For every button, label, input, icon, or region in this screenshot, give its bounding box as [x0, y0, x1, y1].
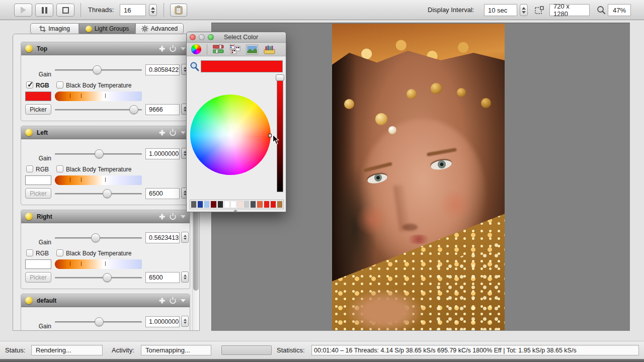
magnifier-picker-icon[interactable]: [190, 61, 199, 71]
picker-value-input[interactable]: 9666: [145, 104, 180, 115]
copy-button[interactable]: [170, 4, 187, 17]
group-header-left[interactable]: Left ✚: [21, 126, 190, 139]
swatch[interactable]: [277, 201, 283, 208]
gain-slider[interactable]: [55, 233, 142, 242]
power-icon[interactable]: [169, 45, 177, 52]
color-swatch[interactable]: [25, 92, 51, 101]
gain-value-input[interactable]: 0.8058422: [145, 64, 180, 75]
group-header-top[interactable]: Top ✚: [21, 42, 190, 55]
swatch[interactable]: [264, 201, 270, 208]
swatch[interactable]: [244, 201, 250, 208]
swatch[interactable]: [237, 201, 243, 208]
picker-value-input[interactable]: 6500: [145, 272, 180, 283]
tab-light-groups[interactable]: Light Groups: [79, 23, 135, 34]
collapse-icon[interactable]: [181, 215, 186, 218]
blackbody-gradient-bar[interactable]: [55, 92, 142, 101]
collapse-icon[interactable]: [181, 299, 186, 302]
add-group-icon[interactable]: ✚: [159, 297, 165, 305]
threads-stepper[interactable]: [149, 4, 157, 16]
bbt-checkbox[interactable]: [56, 249, 63, 256]
tab-advanced-label: Advanced: [151, 25, 178, 32]
picker-slider[interactable]: [55, 189, 142, 198]
swatch[interactable]: [250, 201, 256, 208]
picker-stepper[interactable]: [181, 272, 189, 283]
display-interval-input[interactable]: 10 sec: [484, 4, 517, 16]
swatch[interactable]: [204, 201, 210, 208]
color-swatch[interactable]: [25, 259, 51, 269]
minimize-icon[interactable]: [199, 34, 205, 40]
tab-advanced[interactable]: Advanced: [135, 23, 184, 34]
power-icon[interactable]: [169, 129, 177, 136]
threads-label: Threads:: [88, 6, 114, 14]
crayons-mode-icon[interactable]: [264, 45, 275, 54]
color-swatch[interactable]: [25, 175, 51, 185]
blackbody-gradient-bar[interactable]: [55, 259, 142, 269]
tab-imaging[interactable]: Imaging: [30, 23, 79, 34]
swatch[interactable]: [230, 201, 236, 208]
resize-selection-icon[interactable]: [535, 6, 544, 15]
picker-button[interactable]: Picker: [25, 272, 51, 283]
threads-input[interactable]: 16: [120, 4, 146, 16]
light-groups-panel: Top ✚ Gain 0.8058422 RGB Black Body Temp…: [13, 34, 200, 331]
brightness-slider-thumb[interactable]: [276, 74, 284, 81]
swatch[interactable]: [210, 201, 216, 208]
close-icon[interactable]: [190, 34, 196, 40]
picker-button[interactable]: Picker: [25, 104, 51, 115]
toolbar-separator-2: [164, 3, 164, 17]
color-wheel-mode-icon[interactable]: [191, 44, 201, 54]
power-icon[interactable]: [169, 297, 177, 304]
zoom-magnifier-icon[interactable]: [597, 6, 606, 15]
tab-light-groups-label: Light Groups: [95, 25, 129, 32]
add-group-icon[interactable]: ✚: [159, 129, 165, 137]
swatch-drawer-handle[interactable]: [232, 210, 238, 212]
add-group-icon[interactable]: ✚: [159, 45, 165, 53]
gain-value-input[interactable]: 1.0000000: [145, 316, 180, 327]
tab-imaging-label: Imaging: [48, 25, 70, 32]
rgb-checkbox[interactable]: [26, 165, 33, 172]
bbt-checkbox[interactable]: [56, 165, 63, 172]
power-icon[interactable]: [169, 213, 177, 220]
picker-button[interactable]: Picker: [25, 188, 51, 199]
gain-label: Gain: [31, 323, 51, 330]
play-button[interactable]: [14, 4, 32, 17]
swatch[interactable]: [257, 201, 263, 208]
swatch[interactable]: [224, 201, 230, 208]
pause-button[interactable]: [35, 4, 53, 17]
gain-slider[interactable]: [55, 317, 142, 326]
picker-slider[interactable]: [55, 273, 142, 282]
group-header-default[interactable]: default ✚: [21, 294, 190, 307]
swatch[interactable]: [191, 201, 197, 208]
group-header-right[interactable]: Right ✚: [21, 210, 190, 223]
color-wheel[interactable]: [190, 95, 271, 175]
bbt-checkbox[interactable]: [56, 81, 63, 88]
gain-value-input[interactable]: 1.0000000: [145, 148, 180, 159]
swatch[interactable]: [270, 201, 276, 208]
gain-slider[interactable]: [55, 149, 142, 158]
gain-value-input[interactable]: 0.5623413: [145, 232, 180, 243]
swatch[interactable]: [197, 201, 203, 208]
rgb-checkbox[interactable]: [26, 249, 33, 256]
collapse-icon[interactable]: [181, 131, 186, 134]
swatch[interactable]: [217, 201, 223, 208]
display-interval-stepper[interactable]: [520, 4, 528, 16]
image-palettes-icon[interactable]: [246, 45, 258, 54]
dialog-titlebar[interactable]: Select Color: [187, 32, 286, 43]
gain-stepper[interactable]: [181, 316, 189, 327]
blackbody-gradient-bar[interactable]: [55, 175, 142, 185]
sliders-mode-icon[interactable]: [213, 44, 224, 54]
gain-slider[interactable]: [55, 65, 142, 74]
picker-slider[interactable]: [55, 105, 142, 114]
color-wheel-marker[interactable]: [268, 134, 272, 137]
palette-mode-icon[interactable]: [229, 44, 240, 54]
rgb-checkbox[interactable]: [26, 81, 33, 88]
picker-value-input[interactable]: 6500: [145, 188, 180, 199]
progress-bar: [221, 345, 272, 355]
collapse-icon[interactable]: [181, 47, 186, 50]
light-group-top: Top ✚ Gain 0.8058422 RGB Black Body Temp…: [21, 42, 190, 121]
add-group-icon[interactable]: ✚: [159, 213, 165, 221]
zoom-window-icon[interactable]: [208, 34, 214, 40]
stop-button[interactable]: [56, 4, 74, 17]
selected-color-bar: [201, 60, 283, 72]
picker-value: 6500: [149, 274, 163, 281]
gain-stepper[interactable]: [181, 232, 189, 243]
